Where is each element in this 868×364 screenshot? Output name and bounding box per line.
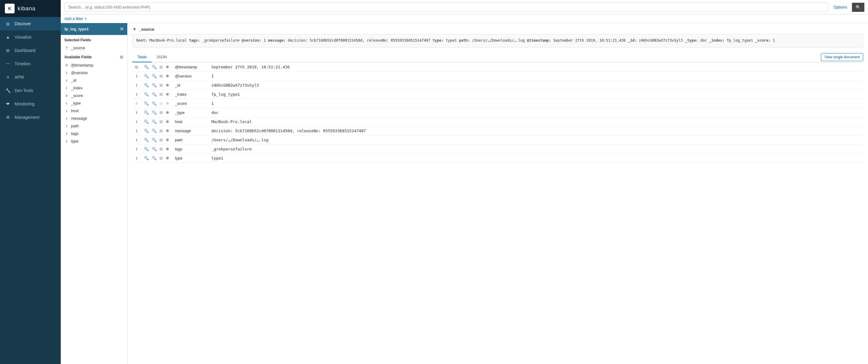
available-field-score[interactable]: # _score: [61, 92, 127, 99]
filter-exists-icon[interactable]: ✱: [166, 147, 169, 151]
filter-out-icon[interactable]: 🔍: [152, 156, 157, 160]
filter-out-icon[interactable]: 🔍: [152, 138, 157, 142]
kibana-logo-icon: K: [5, 4, 14, 13]
tab-table[interactable]: Table: [132, 52, 152, 62]
discover-icon: ◎: [5, 21, 11, 27]
field-name: _id: [71, 78, 76, 83]
available-field-type2[interactable]: t type: [61, 137, 127, 145]
available-field-host[interactable]: t host: [61, 107, 127, 115]
toggle-column-icon[interactable]: ⊞: [159, 92, 163, 97]
source-label: _source: [139, 27, 154, 32]
kibana-logo-text: kibana: [18, 5, 35, 12]
field-type-cell: ⊙: [132, 63, 141, 72]
available-field-type[interactable]: t _type: [61, 99, 127, 107]
available-field-timestamp[interactable]: ⊙ @timestamp: [61, 61, 127, 69]
filter-out-icon[interactable]: 🔍: [152, 119, 157, 124]
table-row: ⊙ 🔍 🔍 ⊞ ✱ @timestamp September 27th 2019…: [132, 63, 863, 72]
filter-out-icon[interactable]: 🔍: [152, 74, 157, 79]
filter-exists-icon[interactable]: ✱: [166, 74, 169, 79]
gear-icon[interactable]: ⚙: [120, 55, 124, 60]
field-name: host: [71, 109, 79, 113]
field-type-cell: t: [132, 126, 141, 135]
search-input[interactable]: [64, 2, 829, 12]
sidebar-item-label: Dashboard: [14, 48, 35, 53]
available-field-message[interactable]: t message: [61, 115, 127, 122]
available-fields-header: Available Fields ⚙: [61, 52, 127, 61]
filter-exists-icon[interactable]: ✱: [166, 138, 169, 142]
filter-exists-icon[interactable]: ✱: [166, 119, 169, 124]
toggle-column-icon[interactable]: ⊞: [159, 138, 163, 142]
toggle-column-icon[interactable]: ⊞: [159, 119, 163, 124]
sidebar-item-visualize[interactable]: ▲ Visualize: [0, 30, 61, 44]
toggle-column-icon[interactable]: ⊞: [159, 110, 163, 115]
filter-exists-icon[interactable]: ✱: [166, 92, 169, 97]
tab-json[interactable]: JSON: [152, 52, 172, 62]
field-val-version: 1: [264, 38, 268, 42]
toggle-column-icon[interactable]: ⊞: [159, 83, 163, 88]
field-key-index: _index:: [709, 38, 725, 42]
sidebar-item-dashboard[interactable]: ⊞ Dashboard: [0, 44, 61, 57]
field-key-path: path:: [459, 38, 470, 42]
search-button[interactable]: 🔍: [852, 3, 864, 12]
filter-out-icon: 🔍: [152, 101, 157, 106]
filter-in-icon[interactable]: 🔍: [144, 147, 149, 151]
filter-in-icon[interactable]: 🔍: [144, 138, 149, 142]
available-field-index[interactable]: t _index: [61, 84, 127, 92]
close-index-icon[interactable]: ✕: [120, 26, 124, 32]
available-field-tags[interactable]: t tags: [61, 130, 127, 137]
sidebar-item-apm[interactable]: ≡ APM: [0, 70, 61, 84]
view-single-document-button[interactable]: View single document: [821, 53, 863, 61]
left-navigation: K kibana ◎ Discover ▲ Visualize ⊞ Dashbo…: [0, 0, 61, 364]
table-row: t 🔍 🔍 ⊞ ✱ type type1: [132, 153, 863, 162]
filter-in-icon[interactable]: 🔍: [144, 65, 149, 69]
filter-exists-icon[interactable]: ✱: [166, 65, 169, 69]
add-filter-button[interactable]: Add a filter +: [64, 17, 87, 21]
filter-out-icon[interactable]: 🔍: [152, 128, 157, 133]
filter-out-icon[interactable]: 🔍: [152, 147, 157, 151]
toggle-column-icon[interactable]: ⊞: [159, 74, 163, 79]
filter-out-icon[interactable]: 🔍: [152, 92, 157, 97]
sidebar-item-monitoring[interactable]: ❤ Monitoring: [0, 97, 61, 111]
sidebar-item-discover[interactable]: ◎ Discover: [0, 17, 61, 30]
filter-out-icon[interactable]: 🔍: [152, 110, 157, 115]
filter-out-icon[interactable]: 🔍: [152, 65, 157, 69]
filter-exists-icon[interactable]: ✱: [166, 156, 169, 160]
filter-exists-icon[interactable]: ✱: [166, 83, 169, 88]
sidebar-item-timelion[interactable]: 〰 Timelion: [0, 57, 61, 70]
available-field-path[interactable]: t path: [61, 122, 127, 130]
field-type-cell: t: [132, 153, 141, 162]
toggle-column-icon[interactable]: ⊞: [159, 147, 163, 151]
index-selector[interactable]: fp_log_type1 ✕: [61, 23, 127, 35]
toggle-column-icon[interactable]: ⊞: [159, 65, 163, 69]
field-name: _source: [71, 46, 85, 50]
filter-in-icon[interactable]: 🔍: [144, 83, 149, 88]
available-field-version[interactable]: t @version: [61, 69, 127, 77]
source-header: ▼ _source: [132, 27, 863, 32]
management-icon: ⚙: [5, 114, 11, 120]
field-type-badge: ?: [64, 46, 69, 50]
field-actions-cell: 🔍 🔍 ⊞ ✱: [141, 144, 173, 153]
toggle-column-icon[interactable]: ⊞: [159, 156, 163, 160]
filter-exists-icon[interactable]: ✱: [166, 110, 169, 115]
field-value-cell: doc: [209, 108, 863, 117]
filter-in-icon[interactable]: 🔍: [144, 128, 149, 133]
filter-in-icon[interactable]: 🔍: [144, 110, 149, 115]
toggle-column-icon[interactable]: ⊞: [159, 101, 163, 106]
field-val-path: /Users/…/Downloads/….log: [472, 38, 527, 42]
filter-out-icon[interactable]: 🔍: [152, 83, 157, 88]
options-button[interactable]: Options: [831, 5, 849, 9]
field-type-hash-icon: #: [64, 94, 69, 97]
field-name: @timestamp: [71, 63, 93, 67]
field-type-t-icon: t: [64, 132, 69, 135]
sidebar-item-devtools[interactable]: 🔧 Dev Tools: [0, 84, 61, 97]
sidebar-item-management[interactable]: ⚙ Management: [0, 111, 61, 124]
filter-in-icon[interactable]: 🔍: [144, 156, 149, 160]
toggle-column-icon[interactable]: ⊞: [159, 128, 163, 133]
expand-icon[interactable]: ▼: [132, 27, 137, 32]
filter-in-icon[interactable]: 🔍: [144, 92, 149, 97]
filter-in-icon[interactable]: 🔍: [144, 119, 149, 124]
available-field-id[interactable]: t _id: [61, 77, 127, 84]
field-key-score: _score:: [755, 38, 771, 42]
filter-exists-icon[interactable]: ✱: [166, 128, 169, 133]
filter-in-icon[interactable]: 🔍: [144, 74, 149, 79]
